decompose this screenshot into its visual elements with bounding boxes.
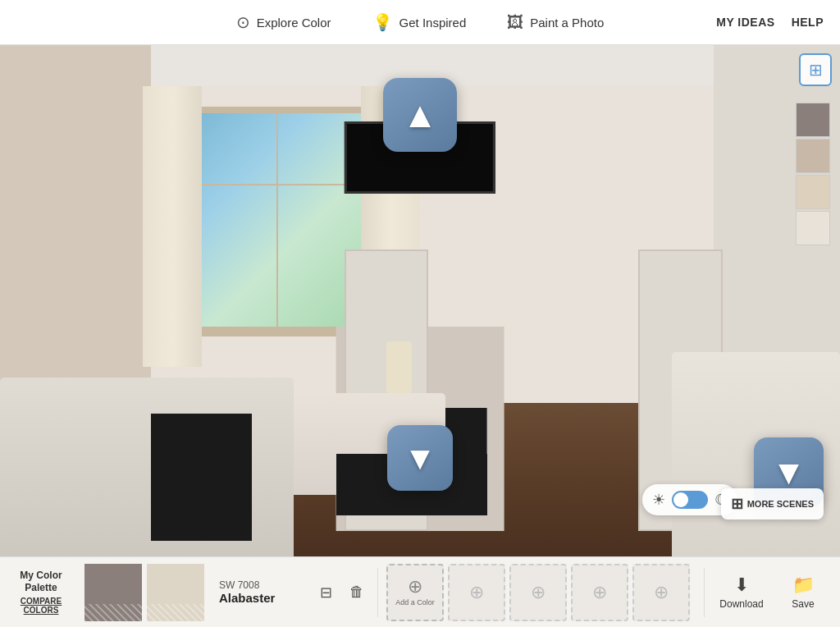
explore-color-nav[interactable]: ⊙ Explore Color bbox=[236, 12, 331, 32]
more-scenes-button[interactable]: ⊞ MORE SCENES bbox=[721, 488, 824, 519]
save-label: Save bbox=[792, 598, 814, 610]
explore-color-icon: ⊙ bbox=[236, 12, 250, 32]
help-nav[interactable]: HELP bbox=[792, 16, 824, 29]
upload-button[interactable] bbox=[383, 78, 457, 152]
day-icon: ☀ bbox=[652, 491, 665, 509]
add-color-plus-icon: ⊕ bbox=[408, 578, 422, 596]
color-swatch-4[interactable] bbox=[796, 211, 830, 245]
bottom-actions: ⬇ Download 📁 Save bbox=[705, 574, 840, 610]
palette-swatch-gray[interactable] bbox=[84, 564, 142, 621]
more-scenes-label: MORE SCENES bbox=[747, 499, 814, 509]
empty-slot-1[interactable]: ⊕ bbox=[448, 564, 505, 621]
bottom-palette-bar: My Color Palette COMPARE COLORS SW 7008 … bbox=[0, 556, 840, 627]
bottom-actions-row: ⬇ Download 📁 Save bbox=[717, 574, 828, 610]
palette-swatch-cream-fill bbox=[147, 564, 204, 621]
color-name: Alabaster bbox=[219, 591, 293, 605]
color-swatch-3[interactable] bbox=[796, 175, 830, 209]
trash-icon: 🗑 bbox=[349, 584, 364, 601]
paint-photo-nav[interactable]: 🖼 Paint a Photo bbox=[507, 13, 604, 32]
scenes-icon: ⊞ bbox=[731, 495, 743, 513]
color-code: SW 7008 bbox=[219, 579, 293, 591]
edit-color-button[interactable]: ⊟ bbox=[313, 580, 338, 605]
day-night-toggle[interactable] bbox=[672, 491, 708, 509]
color-swatch-2[interactable] bbox=[796, 139, 830, 173]
get-inspired-icon: 💡 bbox=[372, 12, 393, 32]
download-icon: ⬇ bbox=[734, 574, 749, 596]
color-sidebar bbox=[796, 103, 830, 245]
download-button-center[interactable] bbox=[387, 425, 453, 491]
room-image[interactable]: ⊞ ☀ ☾ ⊞ MORE SCENES bbox=[0, 45, 840, 556]
explore-color-label: Explore Color bbox=[257, 16, 331, 30]
selected-color-info: SW 7008 Alabaster bbox=[207, 573, 305, 611]
color-swatch-1[interactable] bbox=[796, 103, 830, 137]
paint-photo-label: Paint a Photo bbox=[530, 16, 604, 30]
palette-swatch-gray-fill bbox=[84, 564, 142, 621]
window bbox=[185, 107, 369, 336]
empty-plus-4: ⊕ bbox=[654, 582, 669, 603]
save-button[interactable]: 📁 Save bbox=[778, 574, 828, 610]
empty-slot-4[interactable]: ⊕ bbox=[632, 564, 690, 621]
nav-right-items: MY IDEAS HELP bbox=[716, 16, 824, 29]
save-icon: 📁 bbox=[792, 574, 815, 596]
empty-plus-3: ⊕ bbox=[592, 582, 607, 603]
empty-plus-2: ⊕ bbox=[531, 582, 546, 603]
toggle-knob bbox=[673, 492, 688, 507]
add-color-slots: ⊕ Add a Color ⊕ ⊕ ⊕ ⊕ bbox=[378, 564, 704, 621]
curtain-left bbox=[143, 86, 202, 368]
compare-colors-button[interactable]: COMPARE COLORS bbox=[7, 597, 75, 615]
side-table bbox=[151, 414, 252, 542]
add-color-button[interactable]: ⊕ Add a Color bbox=[386, 564, 444, 621]
download-label: Download bbox=[719, 598, 763, 610]
color-actions: ⊟ 🗑 bbox=[305, 580, 377, 605]
delete-color-button[interactable]: 🗑 bbox=[345, 580, 369, 605]
lamp-shade bbox=[386, 341, 412, 392]
get-inspired-nav[interactable]: 💡 Get Inspired bbox=[372, 12, 467, 32]
get-inspired-label: Get Inspired bbox=[399, 16, 467, 30]
empty-plus-1: ⊕ bbox=[469, 582, 484, 603]
paint-photo-icon: 🖼 bbox=[507, 13, 523, 32]
window-grid bbox=[191, 113, 363, 327]
palette-swatch-cream[interactable] bbox=[147, 564, 204, 621]
save-scene-button[interactable]: ⊞ bbox=[799, 53, 832, 86]
empty-slot-3[interactable]: ⊕ bbox=[571, 564, 628, 621]
nav-center-items: ⊙ Explore Color 💡 Get Inspired 🖼 Paint a… bbox=[236, 12, 605, 32]
palette-title: My Color Palette bbox=[7, 570, 75, 593]
palette-label-area: My Color Palette COMPARE COLORS bbox=[0, 563, 82, 621]
top-navigation: ⊙ Explore Color 💡 Get Inspired 🖼 Paint a… bbox=[0, 0, 840, 45]
empty-slot-2[interactable]: ⊕ bbox=[509, 564, 567, 621]
my-ideas-nav[interactable]: MY IDEAS bbox=[716, 16, 774, 29]
main-area: ⊞ ☀ ☾ ⊞ MORE SCENES My Color Palette COM… bbox=[0, 45, 840, 627]
save-scene-icon: ⊞ bbox=[809, 60, 823, 80]
edit-icon: ⊟ bbox=[320, 584, 332, 602]
add-color-label: Add a Color bbox=[395, 598, 435, 606]
download-button[interactable]: ⬇ Download bbox=[717, 574, 766, 610]
